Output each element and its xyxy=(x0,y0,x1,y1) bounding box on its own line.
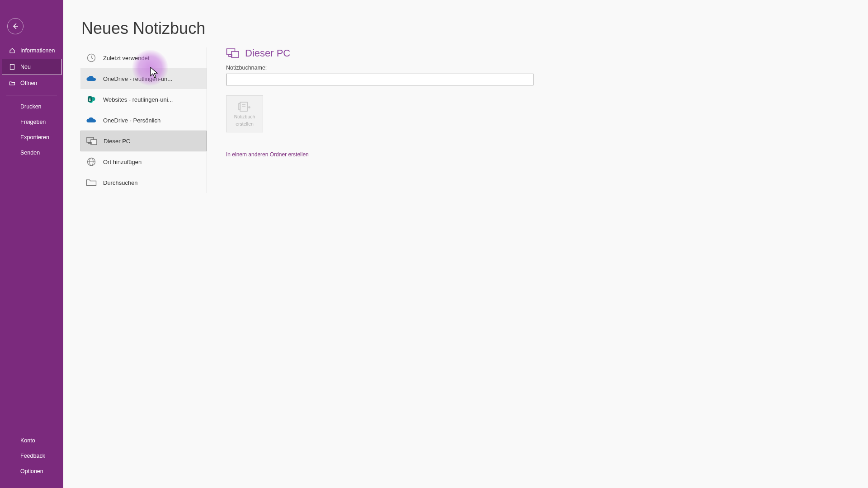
svg-rect-41 xyxy=(231,52,239,57)
this-pc-icon xyxy=(86,136,97,146)
create-button-line2: erstellen xyxy=(236,121,254,127)
nav-label: Feedback xyxy=(20,453,45,459)
location-this-pc[interactable]: Dieser PC xyxy=(80,131,207,151)
nav-label: Neu xyxy=(20,64,31,70)
nav-label: Informationen xyxy=(20,47,55,54)
cloud-icon xyxy=(86,73,97,84)
details-pane: Dieser PC Notizbuchname: Notizbuch erste… xyxy=(226,47,850,158)
nav-label: Drucken xyxy=(20,103,42,110)
backstage-sidebar: Informationen Neu Öffnen Drucken Freigeb… xyxy=(0,0,63,488)
nav-send[interactable]: Senden xyxy=(2,145,61,160)
nav-export[interactable]: Exportieren xyxy=(2,130,61,145)
location-label: Dieser PC xyxy=(104,138,130,145)
nav-share[interactable]: Freigeben xyxy=(2,114,61,130)
location-label: Durchsuchen xyxy=(103,179,138,186)
globe-plus-icon xyxy=(86,156,97,167)
sharepoint-icon: S xyxy=(86,94,97,105)
nav-info[interactable]: Informationen xyxy=(2,42,61,59)
nav-account[interactable]: Konto xyxy=(2,433,61,448)
create-elsewhere-link[interactable]: In einem anderen Ordner erstellen xyxy=(226,151,309,158)
new-document-icon xyxy=(9,63,16,70)
nav-open[interactable]: Öffnen xyxy=(2,75,61,91)
nav-separator xyxy=(6,95,57,95)
main-content: Neues Notizbuch Zuletzt verwendet OneDri… xyxy=(63,0,868,488)
details-title: Dieser PC xyxy=(245,47,290,59)
location-browse[interactable]: Durchsuchen xyxy=(80,172,207,193)
page-title: Neues Notizbuch xyxy=(81,19,205,38)
this-pc-icon xyxy=(226,47,240,59)
svg-rect-35 xyxy=(91,140,97,145)
nav-label: Freigeben xyxy=(20,119,46,125)
svg-rect-44 xyxy=(239,103,240,110)
details-heading-row: Dieser PC xyxy=(226,47,850,59)
nav-separator xyxy=(6,429,57,429)
location-label: Zuletzt verwendet xyxy=(103,55,150,61)
location-label: Ort hinzufügen xyxy=(103,159,142,165)
nav-label: Senden xyxy=(20,150,40,156)
create-notebook-button[interactable]: Notizbuch erstellen xyxy=(226,95,263,132)
location-label: OneDrive - reutlingen-un... xyxy=(103,75,172,82)
clock-icon xyxy=(86,52,97,63)
location-list: Zuletzt verwendet OneDrive - reutlingen-… xyxy=(80,47,207,193)
nav-label: Exportieren xyxy=(20,134,49,141)
cloud-icon xyxy=(86,115,97,126)
home-icon xyxy=(9,47,16,54)
folder-open-icon xyxy=(9,80,16,87)
folder-icon xyxy=(86,177,97,188)
svg-text:S: S xyxy=(89,98,91,101)
location-add-place[interactable]: Ort hinzufügen xyxy=(80,151,207,172)
notebook-name-input[interactable] xyxy=(226,74,533,85)
location-onedrive-personal[interactable]: OneDrive - Persönlich xyxy=(80,110,207,131)
notebook-name-label: Notizbuchname: xyxy=(226,65,850,71)
nav-feedback[interactable]: Feedback xyxy=(2,448,61,464)
nav-label: Konto xyxy=(20,437,35,444)
nav-options[interactable]: Optionen xyxy=(2,464,61,479)
nav-print[interactable]: Drucken xyxy=(2,99,61,114)
location-onedrive-org[interactable]: OneDrive - reutlingen-un... xyxy=(80,68,207,89)
nav-label: Optionen xyxy=(20,468,43,474)
svg-rect-43 xyxy=(240,102,247,111)
back-button[interactable] xyxy=(7,18,24,34)
location-recent[interactable]: Zuletzt verwendet xyxy=(80,47,207,68)
svg-rect-27 xyxy=(10,65,14,70)
location-label: Websites - reutlingen-uni... xyxy=(103,96,173,103)
location-label: OneDrive - Persönlich xyxy=(103,117,160,124)
nav-label: Öffnen xyxy=(20,80,37,86)
nav-new[interactable]: Neu xyxy=(2,59,61,75)
create-button-line1: Notizbuch xyxy=(234,114,255,119)
location-sites-org[interactable]: S Websites - reutlingen-uni... xyxy=(80,89,207,110)
notebook-icon xyxy=(238,101,251,112)
